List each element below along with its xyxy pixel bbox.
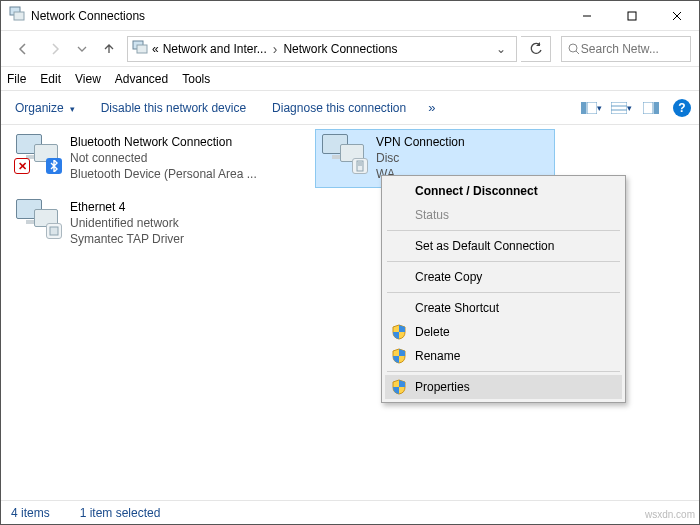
address-bar[interactable]: « Network and Inter... Network Connectio… xyxy=(127,36,517,62)
command-bar: Organize Disable this network device Dia… xyxy=(1,91,699,125)
app-icon xyxy=(9,6,25,25)
menu-bar: File Edit View Advanced Tools xyxy=(1,67,699,91)
search-box[interactable] xyxy=(561,36,691,62)
connection-item-ethernet[interactable]: Ethernet 4 Unidentified network Symantec… xyxy=(9,194,299,253)
view-layout-button[interactable]: ▾ xyxy=(577,95,605,121)
menu-tools[interactable]: Tools xyxy=(182,72,210,86)
svg-rect-17 xyxy=(50,227,58,235)
svg-rect-3 xyxy=(628,12,636,20)
disconnected-overlay-icon: ✕ xyxy=(14,158,30,174)
connection-name: Ethernet 4 xyxy=(70,199,184,215)
preview-pane-button[interactable] xyxy=(637,95,665,121)
svg-rect-1 xyxy=(14,12,24,20)
address-dropdown-icon[interactable]: ⌄ xyxy=(490,42,512,56)
more-commands-button[interactable] xyxy=(422,96,441,119)
refresh-button[interactable] xyxy=(521,36,551,62)
connection-status: Not connected xyxy=(70,150,257,166)
search-icon xyxy=(568,43,579,55)
svg-rect-11 xyxy=(587,102,597,114)
svg-point-8 xyxy=(569,44,577,52)
svg-rect-15 xyxy=(643,102,653,114)
ctx-status: Status xyxy=(385,203,622,227)
menu-edit[interactable]: Edit xyxy=(40,72,61,86)
window-maximize-button[interactable] xyxy=(609,1,654,31)
navigation-bar: « Network and Inter... Network Connectio… xyxy=(1,31,699,67)
network-adapter-icon xyxy=(322,134,366,178)
nav-up-button[interactable] xyxy=(95,35,123,63)
watermark: wsxdn.com xyxy=(645,509,695,520)
search-input[interactable] xyxy=(579,41,684,57)
adapter-overlay-icon xyxy=(46,223,62,239)
svg-rect-10 xyxy=(581,102,586,114)
nav-history-button[interactable] xyxy=(73,35,91,63)
context-menu: Connect / Disconnect Status Set as Defau… xyxy=(381,175,626,403)
ctx-separator xyxy=(387,230,620,231)
connection-status: Disc xyxy=(376,150,465,166)
ctx-separator xyxy=(387,371,620,372)
uac-shield-icon xyxy=(391,324,407,343)
window-titlebar: Network Connections xyxy=(1,1,699,31)
status-bar: 4 items 1 item selected xyxy=(1,500,699,524)
uac-shield-icon xyxy=(391,379,407,398)
uac-shield-icon xyxy=(391,348,407,367)
network-adapter-icon xyxy=(16,199,60,243)
window-title: Network Connections xyxy=(31,9,145,23)
nav-back-button[interactable] xyxy=(9,35,37,63)
ctx-create-copy[interactable]: Create Copy xyxy=(385,265,622,289)
breadcrumb-ellipsis[interactable]: « xyxy=(152,42,159,56)
connection-name: VPN Connection xyxy=(376,134,465,150)
organize-button[interactable]: Organize xyxy=(9,97,81,119)
server-overlay-icon xyxy=(352,158,368,174)
diagnose-button[interactable]: Diagnose this connection xyxy=(266,97,412,119)
connection-device: Symantec TAP Driver xyxy=(70,231,184,247)
bluetooth-overlay-icon xyxy=(46,158,62,174)
window-close-button[interactable] xyxy=(654,1,699,31)
connection-name: Bluetooth Network Connection xyxy=(70,134,257,150)
connection-device: Bluetooth Device (Personal Area ... xyxy=(70,166,257,182)
view-mode-button[interactable]: ▾ xyxy=(607,95,635,121)
help-button[interactable]: ? xyxy=(673,99,691,117)
nav-forward-button[interactable] xyxy=(41,35,69,63)
ctx-delete[interactable]: Delete xyxy=(385,320,622,344)
ctx-set-default[interactable]: Set as Default Connection xyxy=(385,234,622,258)
ctx-create-shortcut[interactable]: Create Shortcut xyxy=(385,296,622,320)
menu-advanced[interactable]: Advanced xyxy=(115,72,168,86)
svg-rect-16 xyxy=(654,102,659,114)
ctx-connect-disconnect[interactable]: Connect / Disconnect xyxy=(385,179,622,203)
menu-view[interactable]: View xyxy=(75,72,101,86)
folder-icon xyxy=(132,39,148,58)
network-adapter-icon: ✕ xyxy=(16,134,60,178)
status-count: 4 items xyxy=(11,506,50,520)
breadcrumb[interactable]: Network and Inter... xyxy=(163,42,267,56)
ctx-properties[interactable]: Properties xyxy=(385,375,622,399)
breadcrumb-separator xyxy=(271,41,280,57)
menu-file[interactable]: File xyxy=(7,72,26,86)
breadcrumb[interactable]: Network Connections xyxy=(283,42,397,56)
disable-device-button[interactable]: Disable this network device xyxy=(95,97,252,119)
ctx-separator xyxy=(387,261,620,262)
ctx-rename[interactable]: Rename xyxy=(385,344,622,368)
connection-status: Unidentified network xyxy=(70,215,184,231)
ctx-separator xyxy=(387,292,620,293)
status-selection: 1 item selected xyxy=(80,506,161,520)
window-minimize-button[interactable] xyxy=(564,1,609,31)
svg-rect-7 xyxy=(137,45,147,53)
svg-rect-12 xyxy=(611,102,627,114)
connection-item-bluetooth[interactable]: ✕ Bluetooth Network Connection Not conne… xyxy=(9,129,299,188)
